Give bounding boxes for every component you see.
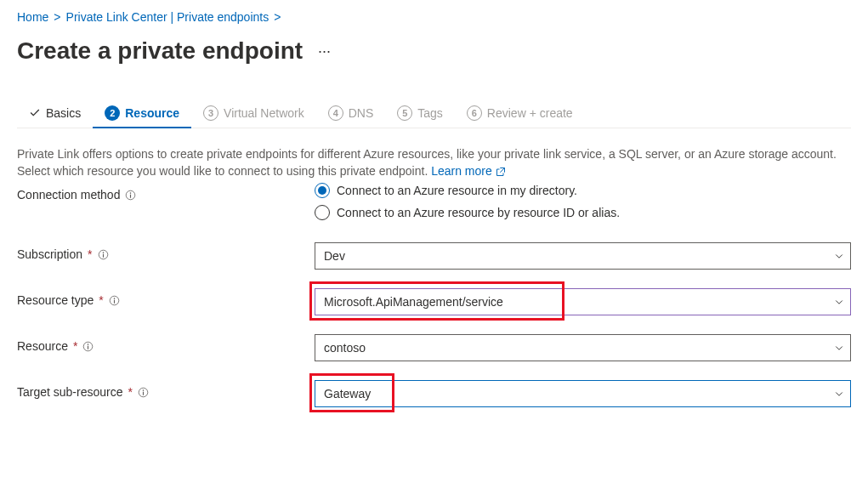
subscription-select[interactable]: Dev	[315, 242, 851, 270]
tab-review-label: Review + create	[487, 106, 573, 120]
info-icon[interactable]	[98, 249, 109, 260]
breadcrumb: Home > Private Link Center | Private end…	[17, 10, 851, 24]
required-indicator: *	[128, 385, 133, 399]
svg-rect-8	[114, 299, 115, 303]
target-sub-resource-label: Target sub-resource	[17, 385, 123, 399]
resource-label-row: Resource *	[17, 334, 315, 353]
subscription-label: Subscription	[17, 247, 82, 261]
breadcrumb-separator: >	[274, 10, 281, 24]
radio-unchecked-icon	[315, 205, 330, 220]
target-sub-resource-value: Gateway	[324, 387, 371, 400]
tab-virtual-network[interactable]: 3 Virtual Network	[191, 99, 316, 128]
breadcrumb-separator: >	[54, 10, 60, 24]
resource-value: contoso	[324, 341, 366, 355]
step-number-icon: 4	[328, 105, 343, 121]
tab-dns[interactable]: 4 DNS	[316, 99, 386, 128]
required-indicator: *	[88, 247, 92, 261]
svg-point-7	[113, 298, 115, 299]
target-sub-resource-select[interactable]: Gateway	[315, 380, 851, 407]
resource-type-label: Resource type	[17, 293, 94, 307]
svg-rect-14	[143, 391, 144, 395]
breadcrumb-center[interactable]: Private Link Center | Private endpoints	[66, 10, 269, 24]
svg-point-1	[130, 192, 132, 194]
svg-rect-2	[130, 194, 131, 197]
page-title-row: Create a private endpoint ···	[17, 37, 851, 65]
required-indicator: *	[73, 339, 77, 353]
radio-connect-directory[interactable]: Connect to an Azure resource in my direc…	[315, 183, 851, 198]
connection-method-label-row: Connection method	[17, 183, 315, 202]
svg-point-10	[88, 344, 89, 345]
radio-label: Connect to an Azure resource by resource…	[337, 206, 620, 219]
description-text: Private Link offers options to create pr…	[17, 145, 851, 179]
step-number-icon: 6	[467, 105, 482, 121]
radio-checked-icon	[315, 183, 330, 198]
tab-vnet-label: Virtual Network	[224, 106, 304, 120]
check-icon	[29, 107, 41, 119]
page-title: Create a private endpoint	[17, 37, 303, 65]
tab-basics-label: Basics	[46, 106, 81, 120]
radio-label: Connect to an Azure resource in my direc…	[337, 184, 577, 197]
tab-review-create[interactable]: 6 Review + create	[455, 99, 585, 128]
step-number-icon: 3	[203, 105, 218, 121]
tab-resource-label: Resource	[125, 106, 179, 120]
tab-resource[interactable]: 2 Resource	[93, 99, 191, 128]
connection-method-radio-group: Connect to an Azure resource in my direc…	[315, 183, 851, 220]
step-number-icon: 2	[105, 105, 120, 121]
info-icon[interactable]	[125, 190, 136, 201]
resource-type-label-row: Resource type *	[17, 288, 315, 307]
step-number-icon: 5	[397, 105, 412, 121]
tab-tags-label: Tags	[417, 106, 443, 120]
subscription-label-row: Subscription *	[17, 242, 315, 261]
resource-type-select[interactable]: Microsoft.ApiManagement/service	[315, 288, 851, 315]
breadcrumb-home[interactable]: Home	[17, 10, 48, 24]
target-sub-resource-label-row: Target sub-resource *	[17, 380, 315, 399]
info-icon[interactable]	[109, 295, 120, 306]
tab-dns-label: DNS	[349, 106, 374, 120]
radio-connect-resource-id[interactable]: Connect to an Azure resource by resource…	[315, 205, 851, 220]
svg-rect-11	[88, 345, 88, 349]
tab-tags[interactable]: 5 Tags	[385, 99, 455, 128]
tabs: Basics 2 Resource 3 Virtual Network 4 DN…	[17, 99, 851, 128]
svg-point-4	[102, 252, 104, 253]
resource-select[interactable]: contoso	[315, 334, 851, 361]
required-indicator: *	[99, 293, 103, 307]
info-icon[interactable]	[82, 341, 94, 352]
info-icon[interactable]	[138, 387, 149, 398]
connection-method-label: Connection method	[17, 188, 120, 202]
tab-basics[interactable]: Basics	[17, 99, 93, 127]
resource-label: Resource	[17, 339, 68, 353]
learn-more-link[interactable]: Learn more	[431, 164, 505, 178]
svg-rect-5	[102, 253, 103, 257]
more-actions-button[interactable]: ···	[318, 43, 331, 60]
resource-type-value: Microsoft.ApiManagement/service	[324, 295, 503, 309]
subscription-value: Dev	[324, 249, 345, 263]
external-link-icon	[496, 167, 506, 177]
svg-point-13	[143, 389, 145, 391]
